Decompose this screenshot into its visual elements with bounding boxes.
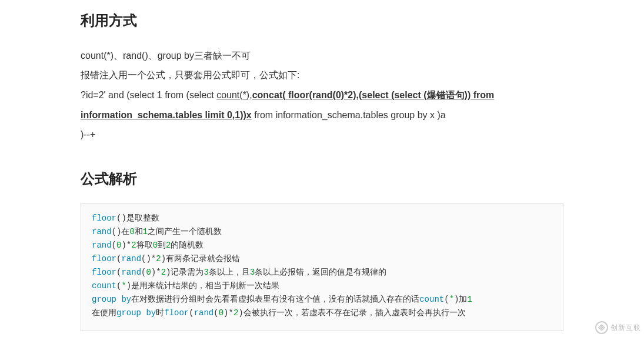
paragraph-3: ?id=2' and (select 1 from (select count(…	[81, 85, 563, 125]
code-line-4: floor(rand()*2)有两条记录就会报错	[92, 252, 552, 266]
heading-usage: 利用方式	[81, 9, 563, 33]
code-line-7: group by在对数据进行分组时会先看看虚拟表里有没有这个值，没有的话就插入存…	[92, 293, 552, 306]
code-line-5: floor(rand(0)*2)记录需为3条以上，且3条以上必报错，返回的值是有…	[92, 266, 552, 279]
p3-suffix: from information_schema.tables group by …	[252, 110, 446, 120]
paragraph-2: 报错注入用一个公式，只要套用公式即可，公式如下:	[81, 65, 563, 85]
code-line-3: rand(0)*2将取0到2的随机数	[92, 239, 552, 252]
code-block: floor()是取整数 rand()在0和1之间产生一个随机数 rand(0)*…	[81, 203, 563, 332]
heading-analysis: 公式解析	[81, 167, 563, 191]
logo-icon	[598, 323, 606, 332]
p3-underline-1: count(*)	[216, 90, 249, 100]
watermark-icon	[595, 321, 608, 334]
p3-prefix: ?id=2' and (select 1 from (select	[81, 90, 216, 100]
code-line-8: 在使用group by时floor(rand(0)*2)会被执行一次，若虚表不存…	[92, 306, 552, 320]
code-line-1: floor()是取整数	[92, 212, 552, 225]
watermark: 创新互联	[595, 321, 641, 334]
article-content: 利用方式 count(*)、rand()、group by三者缺一不可 报错注入…	[0, 0, 644, 331]
paragraph-4: )--+	[81, 125, 563, 145]
watermark-text: 创新互联	[610, 322, 641, 333]
code-line-2: rand()在0和1之间产生一个随机数	[92, 225, 552, 239]
code-line-6: count(*)是用来统计结果的，相当于刷新一次结果	[92, 279, 552, 293]
paragraph-1: count(*)、rand()、group by三者缺一不可	[81, 46, 563, 66]
